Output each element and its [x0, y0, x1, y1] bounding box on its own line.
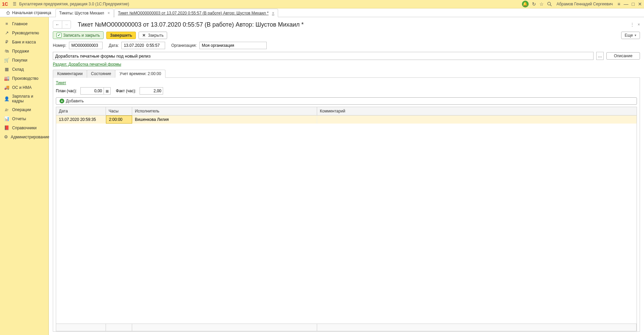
sidebar-item-label: Справочники — [12, 126, 37, 130]
plan-input[interactable] — [80, 87, 104, 95]
window-tab-bar: Начальная страница Тикеты: Шустов Михаил… — [0, 8, 644, 17]
factory-icon: 🏭 — [4, 76, 9, 81]
close-window-icon[interactable]: ✕ — [638, 1, 642, 7]
maximize-icon[interactable]: □ — [632, 1, 635, 7]
sidebar-item-warehouse[interactable]: ▦Склад — [0, 65, 48, 74]
user-name[interactable]: Абрамов Геннадий Сергеевич — [557, 2, 613, 6]
svg-point-0 — [547, 2, 551, 5]
star-icon[interactable]: ☆ — [539, 1, 544, 7]
sidebar-item-label: Зарплата и кадры — [12, 94, 44, 103]
history-icon[interactable]: ↻ — [532, 1, 536, 7]
app-logo: 1C — [2, 1, 8, 7]
fact-label: Факт (час): — [116, 89, 136, 93]
topbar-right-icons: 🔔 ↻ ☆ Абрамов Геннадий Сергеевич ≡ — □ ✕ — [522, 1, 642, 7]
settings-icon[interactable]: ≡ — [617, 1, 620, 7]
kebab-icon[interactable]: ⋮ — [630, 22, 634, 27]
dt-icon: Дт — [4, 108, 9, 111]
fact-input[interactable] — [140, 87, 163, 95]
sidebar-item-sales[interactable]: 🛍Продажи — [0, 46, 48, 56]
svg-line-1 — [550, 5, 552, 6]
sidebar-item-hr[interactable]: 👤Зарплата и кадры — [0, 92, 48, 105]
gear-icon: ⚙ — [4, 134, 8, 139]
tab-ticket-detail[interactable]: Тикет №МО000000003 от 13.07.2020 0:55:57… — [114, 9, 278, 17]
sidebar-item-directories[interactable]: 📕Справочники — [0, 123, 48, 132]
ruble-icon: ₽ — [4, 39, 9, 44]
date-field[interactable] — [121, 42, 165, 49]
minimize-icon[interactable]: — — [624, 1, 629, 7]
number-label: Номер: — [53, 43, 66, 48]
sidebar-item-admin[interactable]: ⚙Администрирование — [0, 132, 48, 141]
sidebar-item-label: Продажи — [12, 49, 29, 54]
sidebar-item-label: Администрирование — [11, 135, 49, 139]
subject-row: … Описание — [49, 52, 644, 62]
tab-content: Тикет План (час): ▦ Факт (час): Добавить… — [53, 78, 640, 332]
close-panel-icon[interactable]: × — [638, 22, 640, 27]
column-hours[interactable]: Часы — [106, 107, 132, 115]
bell-icon[interactable]: 🔔 — [522, 1, 529, 7]
cart-icon: 🛒 — [4, 58, 9, 63]
subject-lookup-button[interactable]: … — [596, 52, 604, 60]
book-icon: 📕 — [4, 125, 9, 130]
cell-hours[interactable]: 2:00:00 — [106, 115, 132, 124]
calculator-icon[interactable]: ▦ — [104, 87, 111, 95]
close-icon[interactable]: × — [108, 11, 110, 15]
description-button[interactable]: Описание — [606, 52, 640, 60]
sidebar-item-main[interactable]: ≡Главное — [0, 19, 48, 28]
trend-icon: ↗ — [4, 30, 9, 35]
add-button[interactable]: Добавить — [56, 97, 637, 105]
sidebar-item-label: Склад — [12, 67, 24, 72]
hamburger-icon[interactable]: ☰ — [13, 2, 16, 6]
table-row[interactable]: 13.07.2020 20:59:35 2:00:00 Вишенкова Ли… — [56, 115, 637, 124]
back-button[interactable]: ← — [53, 21, 62, 28]
search-icon[interactable] — [547, 2, 552, 6]
grid-icon: ▦ — [4, 67, 9, 72]
sidebar-item-production[interactable]: 🏭Производство — [0, 74, 48, 83]
tab-time-tracking[interactable]: Учет времени: 2:00:00 — [115, 70, 165, 78]
sidebar-item-label: Операции — [12, 107, 31, 112]
date-label: Дата: — [109, 43, 119, 48]
time-row: План (час): ▦ Факт (час): — [56, 87, 637, 95]
tab-comments[interactable]: Комментарии — [53, 70, 87, 78]
sidebar-item-label: Руководителю — [12, 31, 39, 35]
truck-icon: 🚚 — [4, 85, 9, 90]
chart-icon: 📊 — [4, 116, 9, 121]
sidebar-item-manager[interactable]: ↗Руководителю — [0, 28, 48, 37]
tab-label: Тикет №МО000000003 от 13.07.2020 0:55:57… — [118, 11, 269, 15]
home-tab[interactable]: Начальная страница — [2, 8, 55, 17]
sidebar-item-operations[interactable]: ДтОперации — [0, 105, 48, 114]
tab-status[interactable]: Состояние — [87, 70, 116, 78]
list-icon: ≡ — [4, 21, 9, 26]
sidebar-item-purchases[interactable]: 🛒Покупки — [0, 56, 48, 65]
section-link[interactable]: Раздел: Доработка печатной формы — [49, 62, 644, 69]
sidebar-item-label: Банк и касса — [12, 40, 36, 44]
time-entries-table: Дата Часы Исполнитель Комментарий 13.07.… — [56, 107, 637, 331]
toolbar: Записать и закрыть Завершить Закрыть Еще — [49, 31, 644, 42]
sidebar-item-bank[interactable]: ₽Банк и касса — [0, 37, 48, 46]
subject-field[interactable] — [53, 52, 594, 60]
org-field[interactable] — [199, 42, 267, 49]
tab-tickets[interactable]: Тикеты: Шустов Михаил × — [55, 9, 114, 17]
number-field[interactable] — [69, 42, 103, 49]
org-label: Организация: — [171, 43, 197, 48]
ticket-link[interactable]: Тикет — [56, 80, 637, 85]
close-icon[interactable]: × — [272, 11, 274, 15]
column-comment[interactable]: Комментарий — [317, 107, 637, 115]
content-header: ← → Тикет №МО000000003 от 13.07.2020 0:5… — [49, 17, 644, 31]
app-title: Бухгалтерия предприятия, редакция 3.0 (1… — [19, 2, 129, 6]
cell-executor[interactable]: Вишенкова Лилия — [132, 115, 317, 124]
sidebar-item-reports[interactable]: 📊Отчеты — [0, 114, 48, 123]
cell-date[interactable]: 13.07.2020 20:59:35 — [56, 115, 106, 124]
column-executor[interactable]: Исполнитель — [132, 107, 317, 115]
table-footer — [56, 324, 637, 331]
inner-tabs: Комментарии Состояние Учет времени: 2:00… — [53, 69, 640, 78]
forward-button[interactable]: → — [62, 21, 71, 28]
sidebar-item-assets[interactable]: 🚚ОС и НМА — [0, 83, 48, 92]
save-close-button[interactable]: Записать и закрыть — [53, 31, 104, 39]
table-body[interactable]: 13.07.2020 20:59:35 2:00:00 Вишенкова Ли… — [56, 115, 637, 324]
close-button[interactable]: Закрыть — [139, 32, 167, 39]
column-date[interactable]: Дата — [56, 107, 106, 115]
complete-button[interactable]: Завершить — [106, 32, 136, 39]
cell-comment[interactable] — [317, 115, 637, 124]
bag-icon: 🛍 — [4, 48, 9, 54]
more-button[interactable]: Еще — [621, 32, 640, 39]
